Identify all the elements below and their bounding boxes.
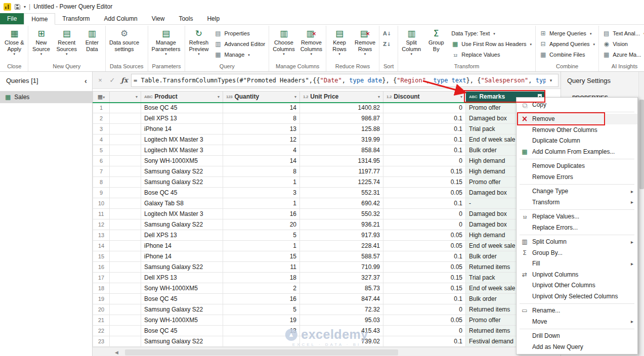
cell-product[interactable]: Bose QC 45 [141, 103, 223, 113]
cell-discount[interactable]: 0 [383, 304, 466, 315]
cell-unit-price[interactable]: 125.88 [300, 124, 383, 135]
cell-discount[interactable]: 0.15 [383, 273, 466, 283]
context-menu-item-remove-errors[interactable]: Remove Errors [517, 171, 637, 183]
cell-quantity[interactable]: 16 [223, 209, 300, 219]
cell-discount[interactable]: 0.05 [383, 262, 466, 273]
row-number[interactable]: 4 [93, 135, 110, 145]
ribbon-button-text-anal[interactable]: Text Anal...▾ [600, 28, 644, 38]
cell-product[interactable]: Dell XPS 13 [141, 273, 223, 283]
cell-quantity[interactable]: 13 [223, 124, 300, 135]
cell-blank[interactable] [110, 304, 141, 315]
ribbon-button-vision[interactable]: Vision [600, 39, 644, 49]
ribbon-button-azure-ma[interactable]: Azure Ma...▾ [600, 50, 644, 60]
cell-product[interactable]: iPhone 14 [141, 241, 223, 251]
cell-discount[interactable]: 0 [383, 209, 466, 219]
quick-access-dropdown-icon[interactable]: ▾ [24, 5, 26, 9]
context-menu-item-move[interactable]: Move▸ [517, 316, 637, 327]
column-header-blank[interactable]: ▾ [110, 92, 141, 103]
cell-blank[interactable] [110, 315, 141, 326]
row-number[interactable]: 2 [93, 113, 110, 124]
ribbon-button-enter-data[interactable]: EnterData [80, 26, 104, 63]
ribbon-button-recent-sources[interactable]: RecentSources▾ [54, 26, 79, 63]
menu-tab-transform[interactable]: Transform [55, 13, 97, 24]
ribbon-button-group-by[interactable]: GroupBy [424, 26, 448, 63]
cell-unit-price[interactable]: 690.42 [300, 198, 383, 209]
cell-blank[interactable] [110, 326, 141, 336]
cell-product[interactable]: Samsung Galaxy S22 [141, 304, 223, 315]
collapse-pane-icon[interactable]: ‹ [84, 77, 87, 84]
ribbon-button-new-source[interactable]: NewSource▾ [29, 26, 54, 63]
row-number[interactable]: 19 [93, 294, 110, 304]
cell-unit-price[interactable]: 917.93 [300, 230, 383, 241]
row-number[interactable]: 11 [93, 209, 110, 219]
cell-blank[interactable] [110, 177, 141, 188]
row-number[interactable]: 12 [93, 219, 110, 230]
row-number[interactable]: 23 [93, 336, 110, 347]
context-menu-item-unpivot-only-selected-columns[interactable]: Unpivot Only Selected Columns [517, 291, 637, 302]
cell-quantity[interactable]: 14 [223, 103, 300, 113]
row-number[interactable]: 3 [93, 124, 110, 135]
cell-discount[interactable]: 0.1 [383, 124, 466, 135]
cell-unit-price[interactable]: 1225.74 [300, 177, 383, 188]
cell-blank[interactable] [110, 113, 141, 124]
column-header-unit-price[interactable]: 1.2Unit Price▾ [300, 92, 383, 103]
cell-discount[interactable]: 0.1 [383, 294, 466, 304]
ribbon-button-append-queries[interactable]: Append Queries▾ [537, 39, 597, 49]
cell-quantity[interactable]: 20 [223, 219, 300, 230]
cell-blank[interactable] [110, 251, 141, 262]
cell-blank[interactable] [110, 145, 141, 156]
cancel-icon[interactable]: × [95, 76, 106, 84]
cell-product[interactable]: Dell XPS 13 [141, 230, 223, 241]
scroll-left-icon[interactable]: ◀ [115, 350, 118, 355]
ribbon-button-data-source-settings[interactable]: Data sourcesettings [107, 26, 142, 63]
cell-quantity[interactable]: 5 [223, 230, 300, 241]
column-header-quantity[interactable]: 123Quantity▾ [223, 92, 300, 103]
ribbon-button-replace-values[interactable]: Replace Values [449, 50, 534, 60]
cell-quantity[interactable]: 5 [223, 304, 300, 315]
cell-product[interactable]: iPhone 14 [141, 124, 223, 135]
table-corner-cell[interactable]: ▦▾ [93, 92, 110, 103]
filter-dropdown-icon[interactable]: ▾ [460, 95, 462, 99]
menu-tab-file[interactable]: File [0, 13, 24, 24]
row-number[interactable]: 8 [93, 177, 110, 188]
cell-discount[interactable]: 0.1 [383, 336, 466, 347]
context-menu-item-replace-values[interactable]: Replace Values... [517, 211, 637, 223]
cell-product[interactable]: Samsung Galaxy S22 [141, 166, 223, 177]
context-menu-item-add-column-from-examples[interactable]: Add Column From Examples... [517, 146, 637, 157]
cell-product[interactable]: Logitech MX Master 3 [141, 135, 223, 145]
cell-product[interactable]: Sony WH-1000XM5 [141, 283, 223, 294]
cell-quantity[interactable]: 13 [223, 326, 300, 336]
cell-unit-price[interactable]: 710.99 [300, 262, 383, 273]
ribbon-button-remove-rows[interactable]: RemoveRows▾ [352, 26, 378, 63]
cell-product[interactable]: Bose QC 45 [141, 188, 223, 198]
ribbon-button-refresh-preview[interactable]: RefreshPreview▾ [186, 26, 211, 63]
cell-unit-price[interactable]: 85.73 [300, 283, 383, 294]
cell-quantity[interactable]: 4 [223, 145, 300, 156]
row-number[interactable]: 22 [93, 326, 110, 336]
cell-product[interactable]: Logitech MX Master 3 [141, 145, 223, 156]
context-menu-item-replace-errors[interactable]: Replace Errors... [517, 222, 637, 233]
cell-discount[interactable]: 0.1 [383, 135, 466, 145]
cell-unit-price[interactable]: 858.84 [300, 145, 383, 156]
cell-unit-price[interactable]: 550.32 [300, 209, 383, 219]
cell-blank[interactable] [110, 124, 141, 135]
cell-product[interactable]: iPhone 14 [141, 251, 223, 262]
cell-blank[interactable] [110, 135, 141, 145]
row-number[interactable]: 7 [93, 166, 110, 177]
ribbon-button-data-type-text[interactable]: Data Type: Text▾ [449, 28, 534, 38]
cell-unit-price[interactable]: 936.21 [300, 219, 383, 230]
context-menu-item-rename[interactable]: Rename... [517, 305, 637, 317]
cell-discount[interactable]: 0.15 [383, 177, 466, 188]
row-number[interactable]: 6 [93, 156, 110, 166]
ribbon-button-manage[interactable]: Manage▾ [212, 50, 268, 60]
commit-icon[interactable]: ✓ [107, 76, 118, 84]
cell-quantity[interactable]: 8 [223, 113, 300, 124]
cell-discount[interactable]: 0.1 [383, 198, 466, 209]
cell-unit-price[interactable]: 1400.82 [300, 103, 383, 113]
cell-discount[interactable]: 0.05 [383, 188, 466, 198]
cell-quantity[interactable] [223, 336, 300, 347]
cell-blank[interactable] [110, 241, 141, 251]
cell-blank[interactable] [110, 294, 141, 304]
cell-discount[interactable]: 0 [383, 103, 466, 113]
context-menu-item-copy[interactable]: Copy [517, 99, 637, 110]
